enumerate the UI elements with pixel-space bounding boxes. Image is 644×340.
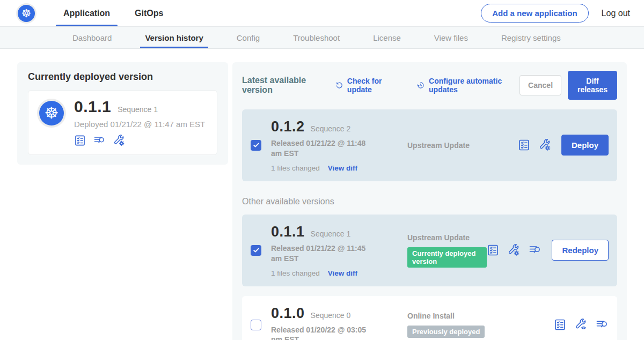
- kubernetes-logo-icon: ☸: [39, 101, 64, 125]
- latest-version-title: Latest available version: [242, 76, 328, 95]
- tab-application-label: Application: [63, 9, 110, 18]
- version-source: Upstream Update: [388, 141, 518, 150]
- app-subnav: Dashboard Version history Config Trouble…: [0, 27, 644, 49]
- edit-config-icon[interactable]: [507, 244, 520, 256]
- view-config-icon[interactable]: [574, 319, 587, 331]
- app-logo: ☸: [16, 3, 36, 24]
- currently-deployed-panel: Currently deployed version ☸ 0.1.1 Seque…: [17, 62, 228, 165]
- edit-config-icon[interactable]: [113, 135, 125, 146]
- released-timestamp: Released 01/20/22 @ 03:05 pm EST: [271, 325, 376, 340]
- version-checkbox[interactable]: [251, 140, 261, 151]
- version-sequence: Sequence 0: [311, 311, 351, 320]
- deploy-logs-icon[interactable]: [528, 244, 541, 256]
- view-diff-link[interactable]: View diff: [328, 269, 357, 277]
- subnav-tab-version-history[interactable]: Version history: [128, 27, 219, 48]
- view-diff-link[interactable]: View diff: [328, 164, 357, 172]
- redeploy-button[interactable]: Redeploy: [552, 240, 609, 261]
- deployed-timestamp: Deployed 01/21/22 @ 11:47 am EST: [74, 120, 205, 129]
- version-sequence: Sequence 2: [311, 124, 351, 133]
- version-info: 0.1.2 Sequence 2 Released 01/21/22 @ 11:…: [271, 119, 388, 172]
- preflight-checks-icon[interactable]: [74, 135, 86, 146]
- version-info: 0.1.1 Sequence 1 Released 01/21/22 @ 11:…: [271, 224, 388, 277]
- check-for-update-label: Check for update: [347, 77, 401, 94]
- diff-releases-button[interactable]: Diff releases: [568, 71, 617, 100]
- subnav-tab-view-files[interactable]: View files: [418, 27, 485, 48]
- deploy-button[interactable]: Deploy: [561, 135, 609, 156]
- source-label: Upstream Update: [407, 141, 518, 150]
- deployed-details: 0.1.1 Sequence 1 Deployed 01/21/22 @ 11:…: [74, 98, 205, 146]
- subnav-tab-config[interactable]: Config: [220, 27, 276, 48]
- add-application-button[interactable]: Add a new application: [481, 4, 588, 23]
- other-versions-label: Other available versions: [242, 197, 617, 206]
- subnav-tab-troubleshoot[interactable]: Troubleshoot: [276, 27, 356, 48]
- version-number: 0.1.1: [271, 224, 305, 240]
- clock-arrow-icon: [416, 80, 425, 90]
- version-checkbox[interactable]: [251, 320, 261, 330]
- released-timestamp: Released 01/21/22 @ 11:48 am EST: [271, 138, 376, 159]
- tab-gitops[interactable]: GitOps: [127, 0, 171, 26]
- deployed-version-number: 0.1.1: [74, 98, 111, 116]
- topnav-tabs: Application GitOps: [56, 0, 180, 26]
- main-content: Currently deployed version ☸ 0.1.1 Seque…: [0, 49, 644, 340]
- files-changed-label: 1 files changed: [271, 269, 320, 277]
- header-buttons: Cancel Diff releases: [519, 71, 617, 100]
- version-number: 0.1.2: [271, 119, 305, 135]
- subnav-tab-label: View files: [434, 33, 468, 42]
- version-sequence: Sequence 1: [311, 230, 351, 238]
- version-actions: [554, 319, 609, 331]
- cancel-button[interactable]: Cancel: [519, 75, 561, 95]
- subnav-tab-label: Dashboard: [72, 33, 112, 42]
- version-actions: Redeploy: [487, 240, 609, 261]
- currently-deployed-badge: Currently deployed version: [407, 247, 487, 268]
- version-actions: Deploy: [518, 135, 609, 156]
- subnav-tab-label: Registry settings: [501, 33, 561, 42]
- version-row-0-1-1: 0.1.1 Sequence 1 Released 01/21/22 @ 11:…: [242, 215, 617, 286]
- deploy-logs-icon[interactable]: [595, 319, 609, 331]
- version-source: Online Install Previously deployed: [388, 312, 554, 338]
- tab-gitops-label: GitOps: [135, 9, 163, 18]
- preflight-checks-icon[interactable]: [518, 139, 530, 151]
- latest-version-header: Latest available version Check for updat…: [242, 71, 617, 100]
- topnav-right: Add a new application Log out: [481, 4, 630, 23]
- version-source: Upstream Update Currently deployed versi…: [388, 233, 487, 268]
- check-icon: [252, 141, 260, 149]
- files-changed-label: 1 files changed: [271, 164, 320, 172]
- top-navbar: ☸ Application GitOps Add a new applicati…: [0, 0, 644, 27]
- released-timestamp: Released 01/21/22 @ 11:45 am EST: [271, 243, 376, 264]
- version-number: 0.1.0: [271, 305, 305, 322]
- version-checkbox[interactable]: [251, 245, 261, 256]
- subnav-tab-label: Config: [237, 33, 260, 42]
- previously-deployed-badge: Previously deployed: [407, 326, 485, 338]
- update-links: Check for update Configure automatic upd…: [335, 77, 519, 94]
- configure-automatic-updates-link[interactable]: Configure automatic updates: [416, 77, 519, 94]
- configure-automatic-updates-label: Configure automatic updates: [429, 77, 519, 94]
- preflight-checks-icon[interactable]: [487, 244, 499, 256]
- version-row-0-1-2: 0.1.2 Sequence 2 Released 01/21/22 @ 11:…: [242, 109, 617, 181]
- check-icon: [252, 246, 260, 254]
- subnav-tab-license[interactable]: License: [356, 27, 418, 48]
- subnav-tab-dashboard[interactable]: Dashboard: [56, 27, 128, 48]
- kubernetes-logo-icon: ☸: [18, 5, 35, 22]
- currently-deployed-title: Currently deployed version: [28, 71, 217, 83]
- subnav-tab-label: Troubleshoot: [293, 33, 340, 42]
- subnav-tab-label: License: [373, 33, 401, 42]
- subnav-tab-registry-settings[interactable]: Registry settings: [485, 27, 577, 48]
- check-for-update-link[interactable]: Check for update: [335, 77, 400, 94]
- app-logo: ☸: [37, 99, 66, 128]
- deploy-logs-icon[interactable]: [93, 135, 106, 146]
- deployed-sequence: Sequence 1: [118, 105, 158, 114]
- logout-link[interactable]: Log out: [602, 9, 630, 18]
- source-label: Upstream Update: [407, 233, 487, 242]
- subnav-tab-label: Version history: [145, 33, 203, 42]
- edit-config-icon[interactable]: [538, 139, 551, 151]
- tab-application[interactable]: Application: [56, 0, 118, 26]
- version-history-panel: Latest available version Check for updat…: [232, 62, 627, 340]
- source-label: Online Install: [407, 312, 554, 320]
- version-info: 0.1.0 Sequence 0 Released 01/20/22 @ 03:…: [271, 305, 388, 340]
- preflight-checks-icon[interactable]: [554, 319, 566, 331]
- refresh-icon: [335, 81, 343, 90]
- version-row-0-1-0: 0.1.0 Sequence 0 Released 01/20/22 @ 03:…: [242, 296, 617, 340]
- currently-deployed-card: ☸ 0.1.1 Sequence 1 Deployed 01/21/22 @ 1…: [28, 90, 217, 155]
